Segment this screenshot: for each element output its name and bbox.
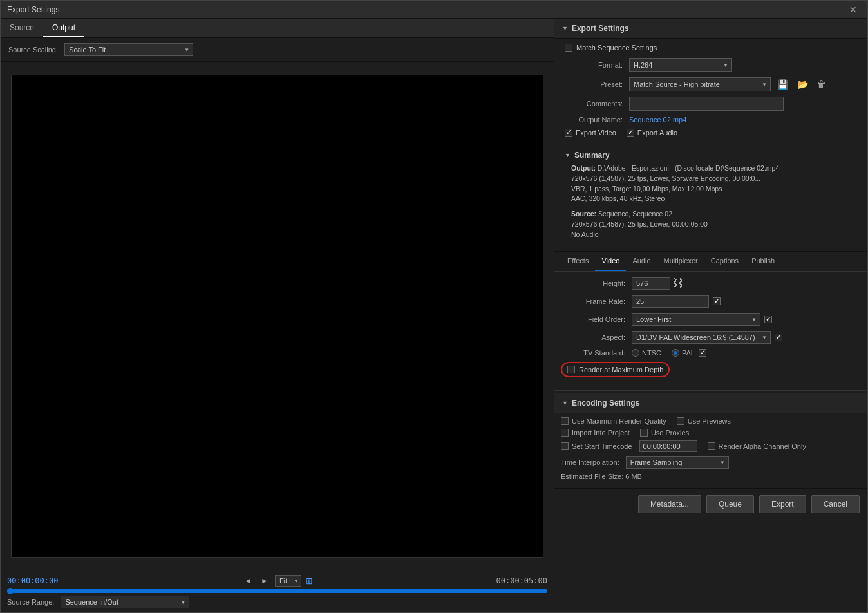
fit-select[interactable]: Fit bbox=[275, 575, 301, 587]
render-max-depth-container: Render at Maximum Depth bbox=[561, 362, 861, 377]
tv-standard-label: TV Standard: bbox=[561, 349, 625, 357]
playback-controls: 00:00:00:00 ◄ ► Fit ⊞ 00:00:05:00 bbox=[1, 571, 554, 612]
frame-rate-input[interactable] bbox=[632, 295, 709, 308]
format-select[interactable]: H.264 bbox=[629, 58, 732, 72]
tv-standard-match-checkbox[interactable] bbox=[699, 349, 706, 357]
export-button[interactable]: Export bbox=[759, 495, 806, 513]
export-video-label: Export Video bbox=[576, 129, 616, 137]
time-interpolation-label: Time Interpolation: bbox=[561, 458, 619, 466]
source-range-row: Source Range: Sequence In/Out bbox=[7, 596, 547, 608]
timeline-handle[interactable] bbox=[7, 588, 14, 594]
output-name-row: Output Name: Sequence 02.mp4 bbox=[565, 116, 857, 124]
summary-header[interactable]: ▼ Summary bbox=[565, 151, 857, 160]
aspect-match-checkbox[interactable] bbox=[775, 334, 782, 341]
tab-effects[interactable]: Effects bbox=[561, 252, 595, 271]
metadata-button[interactable]: Metadata... bbox=[638, 495, 701, 513]
file-size-row: Estimated File Size: 6 MB bbox=[561, 473, 861, 480]
output-name-link[interactable]: Sequence 02.mp4 bbox=[629, 116, 686, 124]
tv-standard-options: NTSC PAL bbox=[632, 349, 695, 357]
preset-select-wrapper: Match Source - High bitrate bbox=[629, 77, 771, 91]
comments-row: Comments: bbox=[565, 97, 857, 111]
preset-select[interactable]: Match Source - High bitrate bbox=[629, 77, 771, 91]
pal-radio[interactable] bbox=[672, 349, 679, 357]
file-size-label: Estimated File Size: bbox=[561, 473, 623, 480]
encoding-collapse-icon: ▼ bbox=[562, 400, 568, 406]
link-dimensions-icon: ⛓ bbox=[673, 278, 683, 288]
match-sequence-checkbox[interactable] bbox=[565, 44, 572, 52]
summary-source-detail2: No Audio bbox=[571, 231, 599, 238]
summary-content: Output: D:\Adobe - Esportazioni - (Disco… bbox=[565, 164, 857, 240]
frame-rate-match-checkbox[interactable] bbox=[713, 297, 721, 305]
tab-publish[interactable]: Publish bbox=[745, 252, 781, 271]
render-alpha-label: Render Alpha Channel Only bbox=[719, 442, 806, 450]
render-alpha-checkbox[interactable] bbox=[708, 442, 715, 450]
time-interpolation-dropdown-wrapper: Frame Sampling bbox=[626, 456, 729, 469]
divider-1 bbox=[554, 390, 867, 391]
ntsc-radio[interactable] bbox=[632, 349, 639, 357]
tab-output[interactable]: Output bbox=[43, 19, 84, 37]
field-order-row: Field Order: Lower First bbox=[561, 313, 861, 326]
tab-bar: Source Output bbox=[1, 19, 554, 38]
encoding-settings-header[interactable]: ▼ Encoding Settings bbox=[554, 393, 867, 413]
summary-title: Summary bbox=[574, 151, 610, 160]
pal-label: PAL bbox=[682, 349, 695, 357]
frame-rate-row: Frame Rate: bbox=[561, 295, 861, 308]
time-interpolation-select[interactable]: Frame Sampling bbox=[626, 456, 729, 469]
summary-source-item: Source: Sequence, Sequence 02 720x576 (1… bbox=[571, 209, 857, 240]
height-label: Height: bbox=[561, 279, 625, 287]
delete-preset-button[interactable]: 🗑 bbox=[815, 78, 829, 91]
render-max-depth-highlight: Render at Maximum Depth bbox=[561, 362, 670, 377]
step-back-button[interactable]: ◄ bbox=[241, 575, 254, 587]
ntsc-radio-item: NTSC bbox=[632, 349, 661, 357]
timecode-end: 00:00:05:00 bbox=[496, 576, 547, 585]
use-max-render-checkbox[interactable] bbox=[561, 417, 569, 425]
export-settings-section-header[interactable]: ▼ Export Settings bbox=[554, 19, 867, 39]
step-forward-button[interactable]: ► bbox=[258, 575, 271, 587]
close-button[interactable]: ✕ bbox=[845, 3, 861, 16]
source-scaling-bar: Source Scaling: Scale To Fit bbox=[1, 38, 554, 62]
summary-source-value: Sequence, Sequence 02 bbox=[598, 210, 672, 218]
height-input[interactable] bbox=[632, 277, 670, 290]
render-max-depth-checkbox[interactable] bbox=[567, 366, 575, 373]
use-previews-checkbox[interactable] bbox=[677, 417, 684, 425]
timecode-row: 00:00:00:00 ◄ ► Fit ⊞ 00:00:05:00 bbox=[7, 575, 547, 587]
source-range-select[interactable]: Sequence In/Out bbox=[61, 596, 189, 608]
tab-audio[interactable]: Audio bbox=[626, 252, 657, 271]
save-preset-button[interactable]: 💾 bbox=[775, 78, 791, 91]
field-order-select[interactable]: Lower First bbox=[632, 313, 760, 326]
bottom-buttons: Metadata... Queue Export Cancel bbox=[554, 488, 867, 520]
tab-multiplexer[interactable]: Multiplexer bbox=[657, 252, 704, 271]
preset-row: Preset: Match Source - High bitrate 💾 📂 … bbox=[565, 77, 857, 91]
frame-icon[interactable]: ⊞ bbox=[305, 576, 313, 586]
window-title: Export Settings bbox=[7, 5, 59, 14]
fit-select-wrapper: Fit bbox=[275, 575, 301, 587]
timeline-bar[interactable] bbox=[7, 589, 547, 593]
cancel-button[interactable]: Cancel bbox=[811, 495, 860, 513]
field-order-match-checkbox[interactable] bbox=[764, 316, 772, 323]
comments-input[interactable] bbox=[629, 97, 784, 111]
queue-button[interactable]: Queue bbox=[706, 495, 754, 513]
use-max-render-label: Use Maximum Render Quality bbox=[572, 417, 666, 425]
export-video-checkbox[interactable] bbox=[565, 129, 572, 137]
tab-source[interactable]: Source bbox=[1, 19, 43, 37]
set-start-timecode-checkbox[interactable] bbox=[561, 442, 569, 450]
tab-captions[interactable]: Captions bbox=[704, 252, 745, 271]
start-timecode-input[interactable] bbox=[639, 440, 697, 452]
import-into-project-label: Import Into Project bbox=[572, 429, 630, 437]
encoding-settings-area: Use Maximum Render Quality Use Previews … bbox=[554, 413, 867, 488]
use-previews-item: Use Previews bbox=[677, 417, 731, 425]
title-bar: Export Settings ✕ bbox=[1, 1, 867, 19]
preset-label: Preset: bbox=[565, 80, 623, 88]
file-size-amount: 6 MB bbox=[625, 473, 642, 480]
summary-output-detail3: AAC, 320 kbps, 48 kHz, Stereo bbox=[571, 194, 665, 202]
import-preset-button[interactable]: 📂 bbox=[795, 78, 811, 91]
import-into-project-checkbox[interactable] bbox=[561, 429, 569, 437]
right-panel: ▼ Export Settings Match Sequence Setting… bbox=[554, 19, 867, 612]
use-proxies-checkbox[interactable] bbox=[640, 429, 648, 437]
export-audio-checkbox[interactable] bbox=[627, 129, 634, 137]
aspect-select[interactable]: D1/DV PAL Widescreen 16:9 (1.4587) bbox=[632, 331, 771, 344]
encoding-check-row-1: Use Maximum Render Quality Use Previews bbox=[561, 417, 861, 425]
source-scaling-select[interactable]: Scale To Fit bbox=[64, 43, 193, 56]
tab-video[interactable]: Video bbox=[595, 252, 626, 271]
render-alpha-item: Render Alpha Channel Only bbox=[708, 442, 806, 450]
